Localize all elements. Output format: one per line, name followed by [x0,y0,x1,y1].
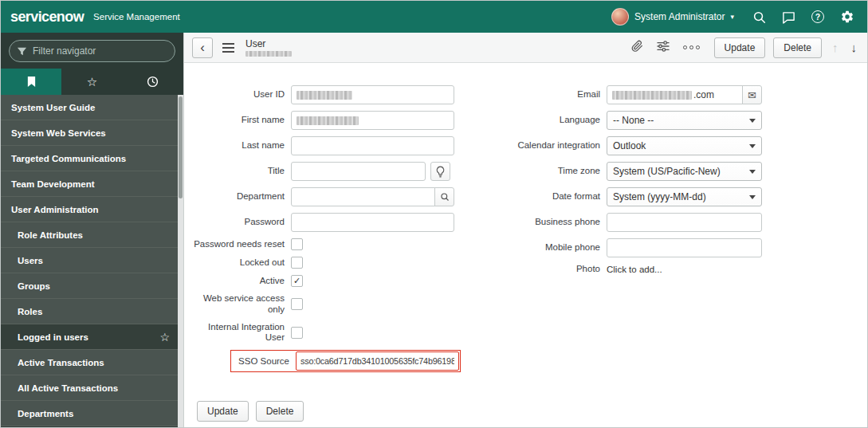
form-toolbar: ‹ User Update Delete ↑ ↓ [184,33,867,63]
last-name-input[interactable] [291,136,454,155]
department-input[interactable] [291,187,435,206]
user-menu[interactable]: System Administrator ▾ [611,8,734,26]
active-checkbox[interactable]: ✓ [291,275,303,287]
tab-all-applications[interactable] [1,69,61,95]
email-input[interactable]: .com [607,85,743,104]
sidebar-item-all-active-transactions[interactable]: All Active Transactions [1,375,178,401]
magnifier-icon [440,192,450,202]
personalize-form-icon[interactable] [657,41,670,55]
sidebar-item-roles[interactable]: Roles [1,299,178,324]
top-banner: servicenow Service Management System Adm… [1,1,867,33]
sidebar-item-system-web-services[interactable]: System Web Services [1,120,178,146]
delete-button[interactable]: Delete [773,37,822,58]
sidebar-item-label: Logged in users [18,332,88,342]
favorite-star-icon[interactable]: ☆ [159,331,170,344]
sidebar-item-departments[interactable]: Departments [1,401,178,426]
field-label-date-format: Date format [481,191,600,202]
sidebar-item-label: Users [18,256,43,265]
password-needs-reset-checkbox[interactable] [291,238,303,250]
field-label-photo: Photo [481,264,600,275]
sidebar-scrollbar-thumb[interactable] [179,96,183,198]
user-form: User ID First name Last name Title Depar… [184,63,867,427]
sso-source-input[interactable] [296,351,459,371]
business-phone-input[interactable] [607,213,762,232]
sidebar-item-groups[interactable]: Groups [1,273,178,299]
lightbulb-icon [436,166,445,178]
context-menu-icon[interactable] [221,40,236,56]
sidebar-item-label: Targeted Communications [11,154,126,163]
selected-value: System (yyyy-MM-dd) [613,191,706,202]
user-id-input[interactable] [291,85,454,104]
sidebar-item-role-attributes[interactable]: Role Attributes [1,222,178,248]
more-options-icon[interactable] [683,45,700,49]
search-icon[interactable] [752,10,766,24]
redacted-value [297,91,352,100]
calendar-integration-select[interactable]: Outlook [607,136,762,155]
field-label-password: Password [189,217,285,228]
gear-icon[interactable] [840,10,854,24]
paperclip-icon[interactable] [631,40,643,56]
help-icon[interactable]: ? [811,10,825,24]
application-navigator: ☆ System User Guide System Web Services … [1,33,183,427]
field-label-locked-out: Locked out [189,257,285,269]
envelope-icon: ✉ [748,89,756,101]
sidebar-item-active-transactions[interactable]: Active Transactions [1,350,178,375]
date-format-select[interactable]: System (yyyy-MM-dd) [607,187,762,206]
bookmark-icon [26,76,37,88]
locked-out-checkbox[interactable] [291,257,303,269]
sso-source-field-highlight: SSO Source [230,350,461,372]
field-label-business-phone: Business phone [481,217,600,228]
sidebar-item-team-development[interactable]: Team Development [1,171,178,197]
internal-integration-user-checkbox[interactable] [291,327,303,339]
email-suffix: .com [693,89,714,100]
password-input[interactable] [291,213,454,232]
sidebar-item-label: Departments [18,409,73,418]
question-mark-icon: ? [811,10,824,23]
redacted-value [297,116,359,125]
selected-value: -- None -- [613,115,654,126]
chat-icon[interactable] [781,10,795,24]
sidebar-item-targeted-communications[interactable]: Targeted Communications [1,146,178,171]
chevron-down-icon: ▾ [730,13,734,21]
sidebar-item-user-administration[interactable]: User Administration [1,197,178,222]
web-service-access-only-checkbox[interactable] [291,298,303,310]
field-label-calendar-integration: Calendar integration [481,140,600,151]
sidebar-scrollbar[interactable] [178,95,183,427]
field-label-language: Language [481,115,600,126]
sidebar-item-system-user-guide[interactable]: System User Guide [1,95,178,120]
redacted-value [612,91,692,100]
filter-navigator-input[interactable] [9,40,175,62]
redacted-record-name [245,51,292,57]
user-name: System Administrator [634,11,725,22]
next-record-icon[interactable]: ↓ [849,41,860,54]
tab-history[interactable] [123,69,183,95]
photo-add-link[interactable]: Click to add... [607,265,762,274]
sidebar-item-users[interactable]: Users [1,248,178,273]
mobile-phone-input[interactable] [607,238,762,257]
reference-lookup-button[interactable] [434,187,454,206]
servicenow-app: servicenow Service Management System Adm… [0,0,868,428]
title-input[interactable] [291,162,426,181]
update-button[interactable]: Update [714,37,766,58]
field-label-title: Title [189,166,285,177]
first-name-input[interactable] [291,111,454,130]
time-zone-select[interactable]: System (US/Pacific-New) [607,162,762,181]
sidebar-item-logged-in-users[interactable]: Logged in users ☆ [1,324,178,350]
star-icon: ☆ [87,75,97,89]
previous-record-icon[interactable]: ↑ [830,41,841,54]
navigator-tabs: ☆ [1,69,183,95]
field-label-internal-integration-user: Internal Integration User [189,322,285,344]
footer-update-button[interactable]: Update [197,401,249,422]
check-icon: ✓ [293,277,300,285]
footer-delete-button[interactable]: Delete [256,401,304,422]
back-button[interactable]: ‹ [192,37,213,58]
selected-value: Outlook [613,140,646,151]
tab-favorites[interactable]: ☆ [61,69,122,95]
sidebar-item-label: Groups [18,281,50,291]
filter-icon [17,46,27,57]
field-label-last-name: Last name [189,140,285,151]
language-select[interactable]: -- None -- [607,111,762,130]
avatar[interactable] [611,8,629,26]
send-email-button[interactable]: ✉ [742,85,762,104]
suggestion-button[interactable] [430,162,450,181]
